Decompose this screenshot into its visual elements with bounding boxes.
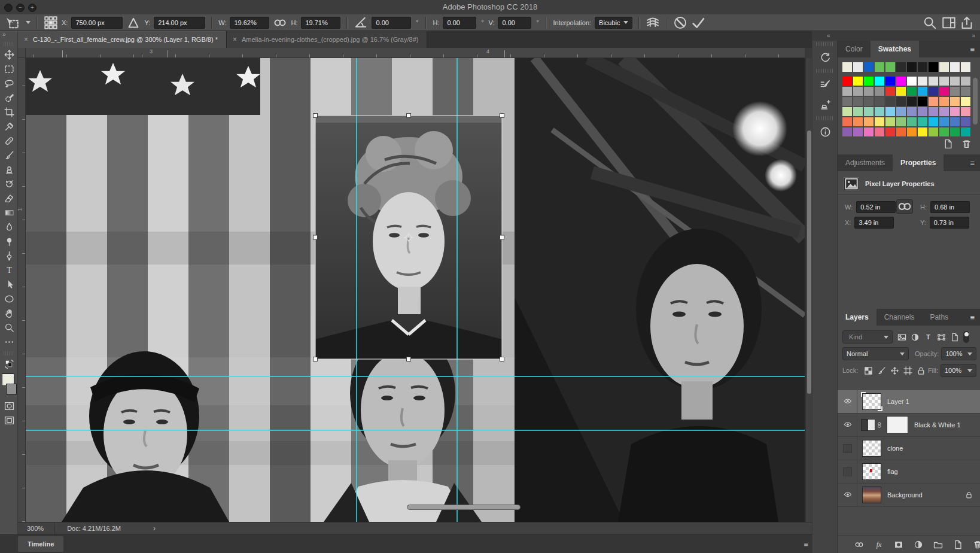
prop-h-input[interactable]: 0.68 in <box>930 201 970 213</box>
swatch[interactable] <box>885 107 895 116</box>
layer-thumbnail[interactable] <box>862 487 881 503</box>
panel-menu-icon[interactable]: ≡ <box>970 313 975 322</box>
lock-transparency-button[interactable] <box>862 364 875 376</box>
swatch[interactable] <box>918 127 927 136</box>
warp-mode-button[interactable] <box>646 16 660 29</box>
tool-hand[interactable] <box>0 306 18 320</box>
vertical-ruler[interactable]: 1 <box>18 58 26 522</box>
y-input[interactable]: 214.00 px <box>154 17 205 29</box>
swatch[interactable] <box>864 87 874 96</box>
recent-swatch[interactable] <box>853 62 863 72</box>
swatch[interactable] <box>961 87 970 96</box>
reference-point-locator-icon[interactable] <box>44 16 58 29</box>
swatch[interactable] <box>896 127 906 136</box>
layer-name[interactable]: flag <box>887 468 898 475</box>
transform-handle[interactable] <box>314 114 318 118</box>
recent-swatch[interactable] <box>896 62 906 72</box>
dock-brush-settings-button[interactable] <box>812 74 838 95</box>
swatch[interactable] <box>918 97 927 106</box>
layer-name[interactable]: Layer 1 <box>887 398 909 405</box>
cancel-transform-button[interactable] <box>673 16 687 29</box>
swatch[interactable] <box>853 87 863 96</box>
tool-lasso[interactable] <box>0 76 18 90</box>
pasted-portrait-layer[interactable] <box>315 116 502 359</box>
layer-filter-kind-select[interactable]: Kind <box>842 330 893 344</box>
transform-handle[interactable] <box>500 357 504 361</box>
tool-path-selection[interactable] <box>0 277 18 291</box>
dock-history-button[interactable] <box>812 47 838 68</box>
timeline-panel-menu-icon[interactable]: ≡ <box>804 540 808 549</box>
tab-properties[interactable]: Properties <box>893 154 944 171</box>
tool-spot-healing-brush[interactable] <box>0 133 18 148</box>
swatch[interactable] <box>961 77 970 86</box>
swatch[interactable] <box>929 97 938 106</box>
lock-artboard-button[interactable] <box>901 364 914 376</box>
swatch[interactable] <box>885 117 895 126</box>
swatch[interactable] <box>853 117 863 126</box>
interpolation-select[interactable]: Bicubic <box>595 17 632 29</box>
collapse-panels-icon[interactable]: » <box>972 32 975 39</box>
swatch[interactable] <box>939 77 949 86</box>
quick-mask-mode-button[interactable] <box>0 399 18 413</box>
fill-select[interactable]: 100% <box>941 364 976 377</box>
layer-visibility-eye-icon[interactable] <box>838 390 857 413</box>
panel-grip[interactable] <box>816 69 833 73</box>
swatch[interactable] <box>864 107 874 116</box>
dock-info-button[interactable] <box>812 121 838 142</box>
swatch[interactable] <box>896 87 906 96</box>
swatch[interactable] <box>885 87 895 96</box>
swatch[interactable] <box>929 127 938 136</box>
swatch[interactable] <box>918 117 927 126</box>
layer-thumbnail[interactable] <box>862 393 881 410</box>
maintain-aspect-ratio-icon[interactable] <box>273 16 287 29</box>
panel-menu-icon[interactable]: ≡ <box>970 45 975 54</box>
swatch[interactable] <box>907 107 917 116</box>
tool-history-brush[interactable] <box>0 177 18 191</box>
tool-clone-stamp[interactable] <box>0 162 18 177</box>
swatch[interactable] <box>939 97 949 106</box>
swatch[interactable] <box>875 117 884 126</box>
width-input[interactable]: 19.62% <box>230 17 269 29</box>
panel-grip[interactable] <box>816 116 833 120</box>
layer-name[interactable]: clone <box>887 445 903 452</box>
filter-type-filter-button[interactable]: T <box>921 331 935 343</box>
layer-row-background[interactable]: Background <box>838 484 980 507</box>
lock-move-button[interactable] <box>888 364 901 376</box>
swatch[interactable] <box>950 97 960 106</box>
tool-rectangular-marquee[interactable] <box>0 62 18 76</box>
commit-transform-button[interactable] <box>691 16 705 29</box>
swatch[interactable] <box>885 77 895 86</box>
layer-style-button[interactable]: fx <box>874 540 884 549</box>
vertical-scrollbar-thumb[interactable] <box>807 130 811 394</box>
new-layer-button[interactable] <box>953 540 963 549</box>
tool-brush[interactable] <box>0 148 18 162</box>
swatch[interactable] <box>853 107 863 116</box>
tab-adjustments[interactable]: Adjustments <box>838 154 893 171</box>
tool-move[interactable] <box>0 47 18 62</box>
swatch[interactable] <box>896 97 906 106</box>
swatch[interactable] <box>939 127 949 136</box>
swatch[interactable] <box>907 77 917 86</box>
recent-swatch[interactable] <box>885 62 895 72</box>
swatch[interactable] <box>853 77 863 86</box>
screen-mode-button[interactable] <box>0 413 18 427</box>
swatch[interactable] <box>950 77 960 86</box>
layer-name[interactable]: Black & White 1 <box>914 421 961 429</box>
layer-thumbnail[interactable] <box>862 440 881 457</box>
panel-grip[interactable] <box>816 42 833 46</box>
recent-swatch[interactable] <box>907 62 917 72</box>
swatch[interactable] <box>907 87 917 96</box>
swatch[interactable] <box>929 77 938 86</box>
recent-swatch[interactable] <box>939 62 949 72</box>
swatch[interactable] <box>842 127 852 136</box>
tool-type[interactable]: T <box>0 263 18 277</box>
swatch[interactable] <box>896 77 906 86</box>
skew-h-input[interactable]: 0.00 <box>443 17 476 29</box>
swatch[interactable] <box>885 97 895 106</box>
layer-visibility-eye-icon[interactable] <box>838 484 857 506</box>
swatch[interactable] <box>950 127 960 136</box>
recent-swatch[interactable] <box>842 62 852 72</box>
tab-timeline[interactable]: Timeline <box>18 536 63 552</box>
prop-w-input[interactable]: 0.52 in <box>856 201 896 213</box>
swatch[interactable] <box>961 107 970 116</box>
